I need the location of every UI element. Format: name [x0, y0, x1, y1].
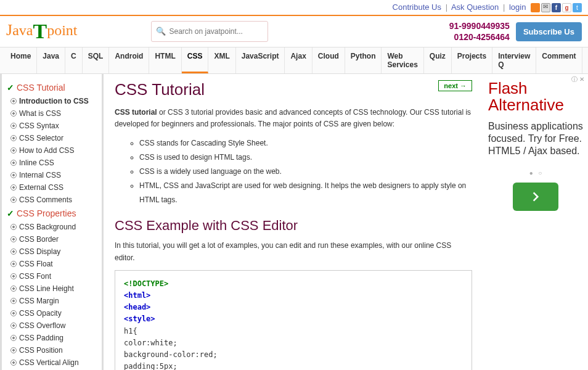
sidebar-item[interactable]: CSS Margin	[6, 295, 98, 307]
nav-tab-python[interactable]: Python	[345, 47, 382, 73]
nav-tab-ajax[interactable]: Ajax	[285, 47, 312, 73]
bullet-item: HTML, CSS and JavaScript are used for we…	[139, 179, 472, 207]
nav-tab-cloud[interactable]: Cloud	[312, 47, 345, 73]
sidebar-item[interactable]: CSS Syntax	[6, 120, 98, 132]
contact-phones: 91-9990449935 0120-4256464	[449, 20, 510, 43]
login-link[interactable]: login	[509, 2, 526, 12]
sidebar-item[interactable]: CSS Vertical Align	[6, 356, 98, 369]
sidebar-item[interactable]: CSS Position	[6, 344, 98, 356]
nav-tab-interview-q[interactable]: Interview Q	[492, 47, 536, 73]
sidebar-item[interactable]: Inline CSS	[6, 157, 98, 169]
intro-bullets: CSS stands for Cascading Style Sheet.CSS…	[139, 136, 472, 207]
ad-text: Business applications focused. Try for F…	[488, 120, 583, 157]
search-box: 🔍	[151, 21, 268, 42]
bullet-item: CSS is a widely used language on the web…	[139, 165, 472, 179]
sidebar-item[interactable]: CSS Selector	[6, 132, 98, 144]
sidebar-item[interactable]: CSS Float	[6, 258, 98, 270]
page-title: CSS Tutorial	[115, 80, 472, 99]
sidebar-item[interactable]: CSS Display	[6, 245, 98, 258]
nav-tab-sql[interactable]: SQL	[83, 47, 110, 73]
nav-tab-c[interactable]: C	[65, 47, 83, 73]
nav-tab-html[interactable]: HTML	[149, 47, 181, 73]
chevron-right-icon	[529, 191, 542, 203]
code-example: <!DOCTYPE><html><head><style>h1{color:wh…	[115, 270, 472, 370]
ad-title: FlashAlternative	[488, 80, 583, 114]
twitter-icon[interactable]: t	[573, 3, 582, 12]
main-content: next → CSS Tutorial CSS tutorial or CSS …	[102, 74, 483, 370]
nav-tab-projects[interactable]: Projects	[452, 47, 492, 73]
nav-tab-java[interactable]: Java	[37, 47, 65, 73]
sidebar-item[interactable]: CSS Opacity	[6, 307, 98, 319]
rss-icon[interactable]	[531, 3, 540, 12]
sidebar-item[interactable]: CSS Comments	[6, 194, 98, 206]
ad-pager-dots: ● ○	[488, 170, 583, 176]
example-intro: In this tutorial, you will get a lot of …	[115, 240, 472, 263]
google-plus-icon[interactable]: g	[562, 3, 571, 12]
search-input[interactable]	[151, 21, 268, 42]
nav-tab-javascript[interactable]: JavaScript	[236, 47, 285, 73]
sidebar-heading: CSS Properties	[6, 206, 98, 221]
sidebar-item[interactable]: External CSS	[6, 181, 98, 194]
bullet-item: CSS stands for Cascading Style Sheet.	[139, 136, 472, 150]
sidebar-item[interactable]: CSS Font	[6, 270, 98, 282]
contribute-link[interactable]: Contribute Us	[393, 2, 441, 12]
facebook-icon[interactable]: f	[552, 3, 561, 12]
nav-tab-comment[interactable]: Comment	[536, 47, 582, 73]
sidebar-item[interactable]: CSS Line Height	[6, 282, 98, 295]
search-icon: 🔍	[156, 27, 166, 36]
top-links-bar: Contribute Us | Ask Question | login f g…	[0, 0, 588, 15]
code-line: background-color:red;	[124, 349, 463, 361]
nav-tabs: HomeJavaCSQLAndroidHTMLCSSXMLJavaScriptA…	[0, 47, 588, 74]
code-line: <html>	[124, 290, 463, 302]
bullet-item: CSS is used to design HTML tags.	[139, 150, 472, 165]
next-button[interactable]: next →	[438, 80, 472, 91]
nav-tab-xml[interactable]: XML	[208, 47, 235, 73]
ad-go-button[interactable]	[513, 183, 558, 211]
code-line: h1{	[124, 326, 463, 337]
sidebar-item[interactable]: Introduction to CSS	[6, 95, 98, 107]
nav-tab-css[interactable]: CSS	[182, 47, 209, 73]
code-line: color:white;	[124, 337, 463, 349]
sidebar: CSS TutorialIntroduction to CSSWhat is C…	[0, 74, 102, 370]
ad-sidebar: ⓘ ✕ FlashAlternative Business applicatio…	[483, 74, 588, 370]
intro-paragraph: CSS tutorial or CSS 3 tutorial provides …	[115, 107, 472, 130]
example-heading: CSS Example with CSS Editor	[115, 218, 472, 234]
sidebar-item[interactable]: CSS Background	[6, 221, 98, 233]
sidebar-item[interactable]: Internal CSS	[6, 169, 98, 181]
ask-question-link[interactable]: Ask Question	[451, 2, 499, 12]
nav-tab-quiz[interactable]: Quiz	[424, 47, 452, 73]
nav-tab-web-services[interactable]: Web Services	[382, 47, 423, 73]
header: JavaTpoint 🔍 91-9990449935 0120-4256464 …	[0, 15, 588, 47]
sidebar-item[interactable]: CSS Border	[6, 233, 98, 245]
code-line: <!DOCTYPE>	[124, 278, 463, 290]
sidebar-item[interactable]: CSS Overflow	[6, 319, 98, 332]
sidebar-item[interactable]: CSS Padding	[6, 332, 98, 344]
subscribe-button[interactable]: Subscribe Us	[516, 22, 582, 41]
nav-tab-forum[interactable]: Forum	[582, 47, 588, 73]
code-line: <style>	[124, 313, 463, 325]
code-line: padding:5px;	[124, 361, 463, 370]
sidebar-item[interactable]: What is CSS	[6, 107, 98, 120]
mail-icon[interactable]	[541, 3, 550, 12]
ad-close-icon[interactable]: ⓘ ✕	[571, 75, 584, 84]
code-line: <head>	[124, 302, 463, 313]
nav-tab-home[interactable]: Home	[5, 47, 37, 73]
sidebar-heading: CSS Tutorial	[6, 80, 98, 95]
sidebar-item[interactable]: How to Add CSS	[6, 144, 98, 157]
logo[interactable]: JavaTpoint	[6, 20, 77, 43]
nav-tab-android[interactable]: Android	[109, 47, 149, 73]
